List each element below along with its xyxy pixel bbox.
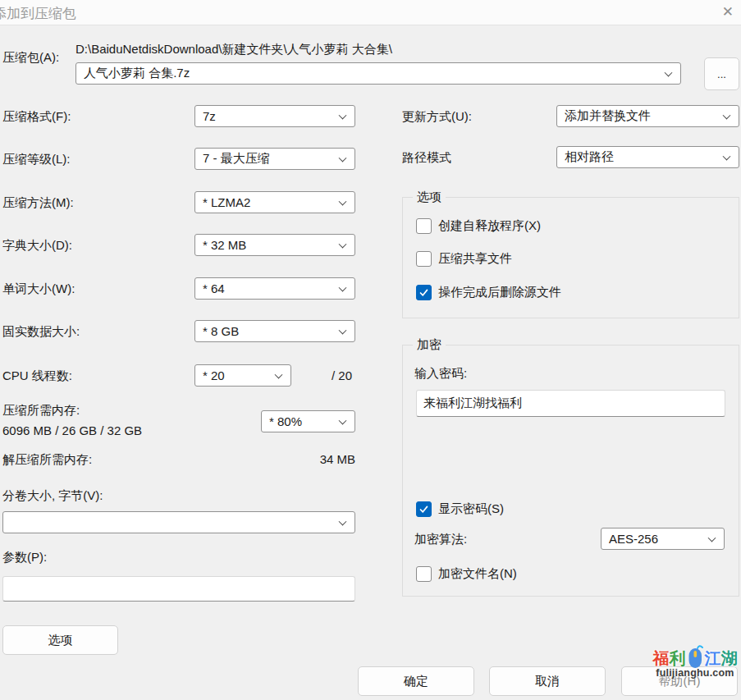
checkbox-box[interactable]	[416, 251, 432, 267]
chevron-down-icon	[339, 326, 347, 334]
watermark-logo: 福利江湖 fulijianghu.com	[649, 647, 741, 679]
checkbox-encrypt-names[interactable]: 加密文件名(N)	[416, 566, 517, 582]
parameters-input[interactable]	[2, 576, 355, 602]
chevron-down-icon	[723, 111, 731, 119]
format-value: 7z	[203, 109, 216, 123]
checkbox-label[interactable]: 操作完成后删除源文件	[438, 285, 561, 300]
checkbox-create-sfx[interactable]: 创建自释放程序(X)	[416, 218, 541, 234]
method-value: * LZMA2	[203, 195, 250, 209]
solid-size-select[interactable]: * 8 GB	[194, 320, 355, 342]
watermark-char: 福	[653, 647, 670, 670]
method-label: 压缩方法(M):	[2, 195, 74, 211]
memory-percent-select[interactable]: * 80%	[261, 410, 355, 432]
chevron-down-icon	[339, 416, 347, 424]
chevron-down-icon	[339, 283, 347, 291]
check-icon	[419, 287, 429, 298]
window-title: 添加到压缩包	[0, 4, 76, 23]
path-mode-select[interactable]: 相对路径	[556, 146, 739, 168]
update-mode-label: 更新方式(U):	[402, 109, 472, 125]
check-icon	[419, 504, 429, 515]
options-button[interactable]: 选项	[2, 625, 118, 655]
format-label: 压缩格式(F):	[2, 109, 71, 125]
archive-filename: 人气小萝莉 合集.7z	[84, 66, 190, 81]
options-button-label: 选项	[48, 633, 73, 648]
level-label: 压缩等级(L):	[2, 152, 71, 167]
parameters-label: 参数(P):	[2, 550, 47, 565]
chevron-down-icon	[339, 240, 347, 248]
method-select[interactable]: * LZMA2	[194, 191, 355, 213]
checkbox-box[interactable]	[416, 218, 432, 234]
chevron-down-icon	[339, 197, 347, 205]
cpu-threads-value: * 20	[203, 368, 225, 382]
checkbox-label[interactable]: 显示密码(S)	[438, 501, 504, 517]
watermark-char: 利	[670, 647, 686, 670]
chevron-down-icon	[665, 68, 673, 76]
word-size-label: 单词大小(W):	[2, 281, 75, 297]
path-mode-label: 路径模式	[402, 150, 451, 166]
dictionary-label: 字典大小(D):	[2, 238, 72, 254]
watermark-char: 江	[705, 647, 721, 670]
path-mode-value: 相对路径	[565, 149, 614, 165]
mouse-icon	[687, 644, 704, 669]
chevron-down-icon	[708, 533, 716, 542]
solid-size-label: 固实数据大小:	[2, 324, 80, 340]
checkbox-label[interactable]: 加密文件名(N)	[438, 566, 517, 582]
archive-directory-path: D:\BaiduNetdiskDownload\新建文件夹\人气小萝莉 大合集\	[75, 42, 392, 57]
memory-percent-value: * 80%	[269, 414, 302, 428]
ok-button[interactable]: 确定	[358, 666, 474, 696]
cpu-threads-select[interactable]: * 20	[194, 364, 291, 387]
chevron-down-icon	[275, 370, 283, 378]
algorithm-value: AES-256	[609, 532, 658, 546]
checkbox-label[interactable]: 创建自释放程序(X)	[438, 218, 541, 234]
level-value: 7 - 最大压缩	[203, 151, 270, 167]
cpu-threads-max: / 20	[332, 368, 352, 382]
dictionary-select[interactable]: * 32 MB	[194, 234, 355, 256]
cancel-button[interactable]: 取消	[489, 666, 606, 696]
dictionary-value: * 32 MB	[203, 238, 246, 252]
solid-size-value: * 8 GB	[203, 324, 239, 338]
close-icon[interactable]: ✕	[722, 3, 734, 21]
volume-size-label: 分卷大小, 字节(V):	[2, 488, 103, 504]
memory-label: 压缩所需内存:	[2, 403, 80, 419]
checkbox-box[interactable]	[416, 501, 432, 517]
chevron-down-icon	[723, 152, 731, 160]
chevron-down-icon	[339, 517, 347, 525]
title-bar: 添加到压缩包 ✕	[0, 0, 741, 25]
browse-button-label: ...	[717, 68, 726, 80]
checkbox-box[interactable]	[416, 566, 432, 582]
watermark-domain: fulijianghu.com	[649, 667, 741, 679]
ok-button-label: 确定	[404, 674, 428, 689]
algorithm-select[interactable]: AES-256	[601, 528, 725, 550]
browse-button[interactable]: ...	[704, 57, 739, 90]
checkbox-delete-after[interactable]: 操作完成后删除源文件	[416, 285, 561, 300]
watermark-char: 湖	[721, 647, 738, 670]
checkbox-box[interactable]	[416, 285, 432, 300]
algorithm-label: 加密算法:	[414, 532, 467, 547]
archive-name-combobox[interactable]: 人气小萝莉 合集.7z	[75, 62, 681, 85]
checkbox-label[interactable]: 压缩共享文件	[438, 251, 512, 267]
decompress-memory-label: 解压缩所需内存:	[2, 452, 92, 468]
update-mode-value: 添加并替换文件	[565, 108, 651, 124]
encryption-group-title: 加密	[413, 337, 446, 353]
encryption-groupbox	[402, 345, 739, 597]
checkbox-show-password[interactable]: 显示密码(S)	[416, 501, 504, 517]
word-size-value: * 64	[203, 281, 225, 295]
decompress-memory-value: 34 MB	[312, 452, 355, 466]
archive-label: 压缩包(A):	[2, 50, 59, 66]
chevron-down-icon	[339, 153, 347, 162]
chevron-down-icon	[339, 111, 347, 119]
password-label: 输入密码:	[414, 366, 467, 382]
options-group-title: 选项	[413, 190, 446, 205]
memory-detail: 6096 MB / 26 GB / 32 GB	[2, 423, 142, 437]
cancel-button-label: 取消	[535, 674, 560, 689]
checkbox-compress-shared[interactable]: 压缩共享文件	[416, 251, 512, 267]
password-input[interactable]	[416, 390, 725, 417]
word-size-select[interactable]: * 64	[194, 277, 355, 300]
update-mode-select[interactable]: 添加并替换文件	[556, 105, 739, 127]
level-select[interactable]: 7 - 最大压缩	[194, 148, 355, 170]
cpu-threads-label: CPU 线程数:	[2, 368, 72, 384]
watermark-title: 福利江湖	[649, 647, 741, 670]
volume-size-combobox[interactable]	[2, 511, 355, 533]
format-select[interactable]: 7z	[194, 105, 355, 127]
